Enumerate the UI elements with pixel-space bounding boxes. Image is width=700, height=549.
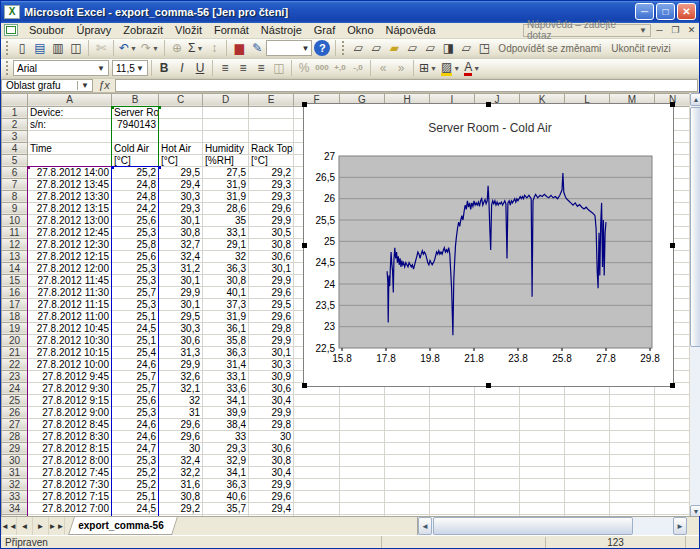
cell-G32[interactable]	[340, 478, 385, 490]
cell-B9[interactable]: 24,2	[112, 202, 159, 214]
cell-N27[interactable]	[655, 418, 691, 430]
row-header-21[interactable]: 21	[2, 346, 28, 358]
cell-E9[interactable]: 29,6	[249, 202, 294, 214]
cell-A10[interactable]: 27.8.2012 13:00	[28, 214, 112, 226]
column-header-D[interactable]: D	[203, 93, 249, 106]
cell-D24[interactable]: 33,6	[203, 382, 249, 394]
cell-A21[interactable]: 27.8.2012 10:15	[28, 346, 112, 358]
cell-A24[interactable]: 27.8.2012 9:30	[28, 382, 112, 394]
reply-with-changes-button[interactable]: Odpovídět se změnami	[493, 39, 606, 57]
cell-D34[interactable]: 35,7	[203, 502, 249, 514]
cell-G25[interactable]	[340, 394, 385, 406]
cell-G30[interactable]	[340, 454, 385, 466]
row-header-23[interactable]: 23	[2, 370, 28, 382]
row-header-18[interactable]: 18	[2, 310, 28, 322]
cell-N35[interactable]	[655, 514, 691, 516]
row-header-29[interactable]: 29	[2, 442, 28, 454]
cell-A22[interactable]: 27.8.2012 10:00	[28, 358, 112, 370]
cell-C28[interactable]: 29,6	[159, 430, 203, 442]
chart-resize-handle[interactable]	[302, 102, 307, 107]
cell-K30[interactable]	[520, 454, 565, 466]
cell-B35[interactable]: 25,2	[112, 514, 159, 516]
cell-M33[interactable]	[610, 490, 655, 502]
cell-E6[interactable]: 29,2	[249, 166, 294, 178]
cell-B7[interactable]: 24,8	[112, 178, 159, 190]
cell-H27[interactable]	[385, 418, 430, 430]
cell-C21[interactable]: 31,3	[159, 346, 203, 358]
workbook-close-button[interactable]: ✕	[684, 24, 699, 37]
cell-D5[interactable]: [%RH]	[203, 154, 249, 166]
cell-D28[interactable]: 33	[203, 430, 249, 442]
cell-B33[interactable]: 25,1	[112, 490, 159, 502]
cell-G27[interactable]	[340, 418, 385, 430]
cell-B23[interactable]: 25,7	[112, 370, 159, 382]
cell-B19[interactable]: 24,5	[112, 322, 159, 334]
cell-I25[interactable]	[430, 394, 475, 406]
bold-icon[interactable]: B	[155, 59, 173, 77]
cell-J30[interactable]	[475, 454, 520, 466]
toolbar-grip[interactable]	[342, 41, 346, 55]
cell-D32[interactable]: 36,3	[203, 478, 249, 490]
row-header-17[interactable]: 17	[2, 298, 28, 310]
cell-I33[interactable]	[430, 490, 475, 502]
column-header-C[interactable]: C	[159, 93, 203, 106]
cell-A18[interactable]: 27.8.2012 11:00	[28, 310, 112, 322]
cell-D2[interactable]	[203, 118, 249, 130]
cell-D15[interactable]: 30,8	[203, 274, 249, 286]
cell-N28[interactable]	[655, 430, 691, 442]
cell-C23[interactable]: 32,6	[159, 370, 203, 382]
cell-A11[interactable]: 27.8.2012 12:45	[28, 226, 112, 238]
cell-C16[interactable]: 29,9	[159, 286, 203, 298]
cell-H29[interactable]	[385, 442, 430, 454]
chart-resize-handle[interactable]	[670, 383, 675, 388]
cell-B32[interactable]: 25,2	[112, 478, 159, 490]
cell-N34[interactable]	[655, 502, 691, 514]
cell-C30[interactable]: 32,4	[159, 454, 203, 466]
cell-C7[interactable]: 29,4	[159, 178, 203, 190]
cell-B22[interactable]: 24,6	[112, 358, 159, 370]
cell-L31[interactable]	[565, 466, 610, 478]
cell-L27[interactable]	[565, 418, 610, 430]
cell-C13[interactable]: 32,4	[159, 250, 203, 262]
cell-B25[interactable]: 25,6	[112, 394, 159, 406]
first-sheet-button[interactable]: ◄◄	[1, 517, 17, 535]
cell-C15[interactable]: 30,1	[159, 274, 203, 286]
cell-A32[interactable]: 27.8.2012 7:30	[28, 478, 112, 490]
cell-N33[interactable]	[655, 490, 691, 502]
print-icon[interactable]: ▥	[49, 39, 67, 57]
row-header-11[interactable]: 11	[2, 226, 28, 238]
cell-C6[interactable]: 29,5	[159, 166, 203, 178]
cell-D20[interactable]: 35,8	[203, 334, 249, 346]
name-box[interactable]: Oblast grafu ▼	[1, 79, 93, 92]
cell-I34[interactable]	[430, 502, 475, 514]
chart-resize-handle[interactable]	[486, 102, 491, 107]
chart-wizard-icon[interactable]: ▆	[230, 39, 248, 57]
cell-E2[interactable]	[249, 118, 294, 130]
cell-A13[interactable]: 27.8.2012 12:15	[28, 250, 112, 262]
cell-B17[interactable]: 25,3	[112, 298, 159, 310]
cell-M28[interactable]	[610, 430, 655, 442]
cell-D1[interactable]	[203, 106, 249, 118]
cell-K32[interactable]	[520, 478, 565, 490]
cell-D3[interactable]	[203, 130, 249, 142]
cell-B4[interactable]: Cold Air	[112, 142, 159, 154]
cell-E11[interactable]: 30,5	[249, 226, 294, 238]
help-button[interactable]: ?	[312, 39, 332, 57]
cell-I28[interactable]	[430, 430, 475, 442]
cell-C19[interactable]: 30,3	[159, 322, 203, 334]
toolbar-grip[interactable]	[6, 61, 10, 75]
cell-C12[interactable]: 32,7	[159, 238, 203, 250]
chart-resize-handle[interactable]	[670, 102, 675, 107]
cell-I30[interactable]	[430, 454, 475, 466]
cell-D21[interactable]: 36,3	[203, 346, 249, 358]
increase-decimal-icon[interactable]: +,0	[331, 59, 349, 77]
cell-E17[interactable]: 29,5	[249, 298, 294, 310]
cell-F27[interactable]	[294, 418, 340, 430]
cell-A6[interactable]: 27.8.2012 14:00	[28, 166, 112, 178]
cell-A23[interactable]: 27.8.2012 9:45	[28, 370, 112, 382]
cell-E31[interactable]: 30,4	[249, 466, 294, 478]
chart-resize-handle[interactable]	[486, 383, 491, 388]
menu-upravy[interactable]: Úpravy	[70, 23, 117, 37]
row-header-32[interactable]: 32	[2, 478, 28, 490]
cell-D14[interactable]: 36,3	[203, 262, 249, 274]
